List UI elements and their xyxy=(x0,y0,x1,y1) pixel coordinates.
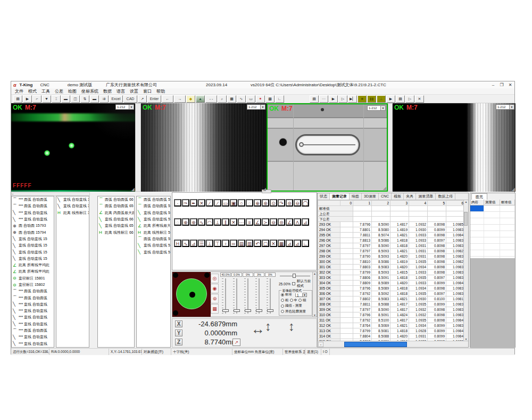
measure-tool-button[interactable]: ⊛ xyxy=(190,218,197,226)
measure-tool-button[interactable]: ◌ xyxy=(246,199,253,207)
table-row[interactable]: 306 OK 7.8792 8.5092 1.4818 1.0935 0.809… xyxy=(318,291,464,297)
tab-cnc[interactable]: CNC xyxy=(379,193,392,200)
toolbar-button[interactable]: ▶ xyxy=(329,95,338,103)
resize-grip-icon[interactable]: ◢ xyxy=(383,186,386,191)
toolbar-button[interactable]: ▩ xyxy=(265,95,275,103)
measure-tool-button[interactable]: ▣ xyxy=(230,199,237,207)
toolbar-button[interactable]: ∟ xyxy=(275,95,284,103)
construct-tool-button[interactable]: ∟ xyxy=(302,240,309,247)
ring-mode-button[interactable]: ⊚ xyxy=(211,294,219,303)
camera-select-dropdown[interactable]: 1-212▼ xyxy=(247,104,265,110)
table-row[interactable]: 311 OK 7.8792 8.5100 1.4817 1.0935 0.809… xyxy=(318,318,464,323)
list-item[interactable]: ⊕ 圆 自动圆 15793 xyxy=(12,223,54,229)
table-row[interactable]: 302 OK 7.8799 8.5093 1.4815 1.0933 0.809… xyxy=(318,270,464,275)
light-slider[interactable]: 0.0% xyxy=(231,272,243,317)
panel-scrollbar[interactable]: ▲▼ xyxy=(312,272,317,317)
list-item[interactable]: ╲ *** 直线 自动直线 xyxy=(12,216,54,223)
tab-data-upload[interactable]: 数据上传 xyxy=(436,193,455,200)
measure-tool-button[interactable]: ∠ xyxy=(254,218,261,226)
table-row[interactable]: 293 OK 7.8796 8.5090 1.4817 1.0932 0.809… xyxy=(318,222,464,227)
list-item[interactable]: ⌒ 圆弧 自动圆弧 55 xyxy=(137,196,170,203)
xy-jog-arrow-icon[interactable]: ↕ xyxy=(265,319,271,334)
maximize-button[interactable]: ❐ xyxy=(497,82,506,88)
menu-item[interactable]: 工具 xyxy=(41,88,50,94)
toolbar-button[interactable]: Enter xyxy=(147,95,161,103)
construct-tool-button[interactable]: ⊿ xyxy=(190,240,197,247)
camera-view-2[interactable]: OK M:7 1-212▼ ◢ xyxy=(141,103,267,192)
scroll-left-icon[interactable]: ‹ xyxy=(318,342,323,347)
list-item[interactable]: ⊕ 圆 自动圆 15794 xyxy=(12,229,54,235)
toolbar-button[interactable]: ▬ xyxy=(90,95,99,103)
dropdown-arrow-icon[interactable]: ▼ xyxy=(129,105,134,109)
measure-tool-button[interactable]: ⊜ xyxy=(278,218,285,226)
construct-tool-button[interactable]: ⊿ xyxy=(294,240,301,247)
table-row[interactable]: 299 OK 7.8790 8.5093 1.4820 1.0931 0.809… xyxy=(318,254,464,259)
list-item[interactable]: ⌒ 圆弧 自动圆弧 55 xyxy=(137,203,170,209)
construct-tool-button[interactable]: ∿ xyxy=(182,240,189,247)
measure-tool-button[interactable]: ≻ xyxy=(262,218,269,226)
tab-status[interactable]: 状态 xyxy=(318,193,330,200)
table-row[interactable]: 301 OK 7.8803 8.5083 1.4820 1.0934 0.809… xyxy=(318,265,464,270)
list-item[interactable]: ╲ 直线 自动直线 55 xyxy=(137,242,170,249)
menu-item[interactable]: 语言 xyxy=(117,88,125,94)
measure-tool-button[interactable]: ⊕ xyxy=(182,218,189,226)
dropdown-arrow-icon[interactable]: ▼ xyxy=(509,105,514,109)
measure-tool-button[interactable]: ⊙ xyxy=(270,199,277,207)
measure-tool-button[interactable]: ⊿ xyxy=(302,218,309,226)
camera-view-1[interactable]: FFFFF OK M:7 1-212▼ ◢ xyxy=(11,103,135,192)
toolbar-button[interactable]: ▮▮ xyxy=(367,95,376,103)
light-slider[interactable]: 0% xyxy=(243,272,254,317)
list-item[interactable]: ╲ 直线 自动直线 15 xyxy=(12,256,54,262)
toolbar-button[interactable]: ▷ xyxy=(405,95,414,103)
measure-tool-button[interactable]: ✕ xyxy=(198,199,205,207)
toolbar-button[interactable]: ⌶ xyxy=(52,95,61,103)
table-row[interactable]: 300 OK 7.8810 8.5086 1.4819 1.0935 0.809… xyxy=(318,259,464,265)
toolbar-button[interactable]: ▼ xyxy=(42,95,51,103)
table-row[interactable]: 313 OK 7.8799 8.5081 1.4818 1.0928 0.809… xyxy=(318,328,464,334)
construct-tool-button[interactable]: ▤ xyxy=(238,240,245,247)
table-row[interactable]: 308 OK 7.8811 8.5088 1.4817 1.0935 0.809… xyxy=(318,302,464,307)
toolbar-button[interactable]: ↗ xyxy=(138,95,147,103)
menu-item[interactable]: 帮助 xyxy=(156,88,165,94)
toolbar-button[interactable]: ▲ xyxy=(196,95,205,103)
measure-tool-button[interactable]: ≡ xyxy=(246,218,253,226)
list-item[interactable]: H 距离 线性标注 34 xyxy=(56,210,89,216)
toolbar-button[interactable]: ✕ xyxy=(415,95,424,103)
minimize-button[interactable]: – xyxy=(489,82,497,88)
table-row[interactable]: 304 OK 7.8809 8.5089 1.4820 1.0933 0.809… xyxy=(318,281,464,286)
measure-tool-button[interactable]: Λ xyxy=(294,218,301,226)
construct-tool-button[interactable]: ▦ xyxy=(278,240,285,247)
list-item[interactable]: ╲ *** 直线 自动直线 xyxy=(12,210,54,216)
grid-fixed-row[interactable]: 上公差 xyxy=(318,211,464,217)
toolbar-button[interactable]: ▬ xyxy=(61,95,70,103)
grid-fixed-row[interactable]: 下公差 xyxy=(318,217,464,222)
list-item[interactable]: ╲ *** 直线 自动直线 xyxy=(12,321,54,327)
list-item[interactable]: ╲ 直线 自动直线 66 xyxy=(98,216,134,223)
list-item[interactable]: ╲ 直线 自动直线 55 xyxy=(137,216,170,223)
ring-mode-button[interactable]: ◎ xyxy=(211,274,219,283)
table-row[interactable]: 310 OK 7.8796 8.5091 1.4824 1.0932 0.809… xyxy=(318,312,464,318)
construct-tool-button[interactable]: ↶ xyxy=(254,240,261,247)
radio-black-contour[interactable] xyxy=(281,310,284,313)
toolbar-button[interactable]: ▤ xyxy=(310,95,319,103)
light-slider[interactable]: 3% xyxy=(254,272,265,317)
list-item[interactable]: ╲ *** 直线 自动直线 xyxy=(12,301,54,308)
camera-select-dropdown[interactable]: 1-212▼ xyxy=(496,104,514,110)
measure-tool-button[interactable]: ∥ xyxy=(222,218,229,226)
table-row[interactable]: 294 OK 7.8801 8.5080 1.4819 1.0930 0.809… xyxy=(318,227,464,233)
element-row[interactable] xyxy=(470,218,515,225)
list-item[interactable]: ⌒ 圆弧 自动圆弧 66 xyxy=(98,196,134,203)
measure-tool-button[interactable]: ∕ xyxy=(206,199,213,207)
toolbar-button[interactable]: ▷ xyxy=(338,95,347,103)
table-row[interactable]: 303 OK 7.8806 8.5091 1.4818 1.0935 0.809… xyxy=(318,275,464,281)
tab-drawing[interactable]: 绘图 xyxy=(350,193,362,200)
menu-item[interactable]: 公差 xyxy=(55,88,63,94)
ring-mode-button[interactable]: ▦ xyxy=(211,304,219,314)
measure-tool-button[interactable]: ✒ xyxy=(190,199,197,207)
list-item[interactable]: ⌒ *** 圆弧 自动圆弧 xyxy=(12,294,54,301)
list-item[interactable]: ∠ 距离 所有线平均距 xyxy=(12,262,54,268)
scrollbar-thumb[interactable] xyxy=(344,342,407,347)
toolbar-button[interactable]: ◫ xyxy=(71,95,80,103)
slider-thumb[interactable] xyxy=(222,309,229,312)
xy-jog-arrow-icon[interactable]: ↔ xyxy=(251,321,265,337)
